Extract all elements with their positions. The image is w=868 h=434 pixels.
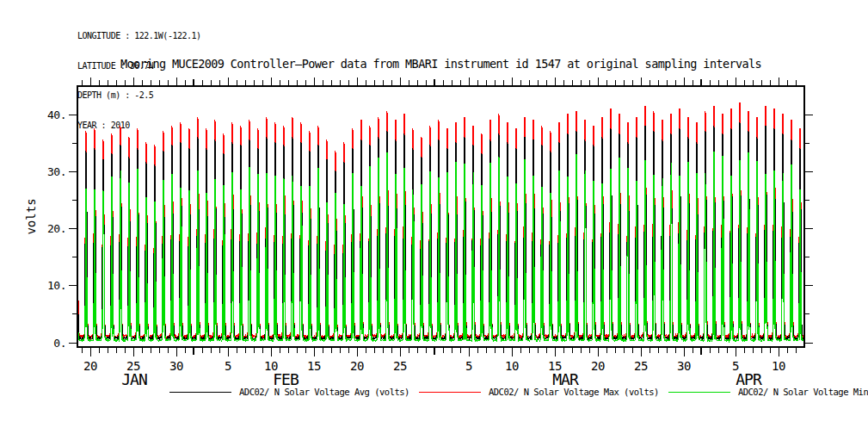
legend-label-min: ADC02/ N Solar Voltage Min (volts) xyxy=(738,387,868,397)
svg-text:30: 30 xyxy=(169,359,183,373)
svg-text:10.: 10. xyxy=(47,279,66,292)
svg-text:0.: 0. xyxy=(53,337,66,350)
svg-text:20: 20 xyxy=(83,359,97,373)
svg-text:30.: 30. xyxy=(47,165,66,178)
legend-label-avg: ADC02/ N Solar Voltage Avg (volts) xyxy=(239,387,409,397)
svg-text:15: 15 xyxy=(307,359,321,373)
svg-text:APR: APR xyxy=(736,370,762,388)
svg-text:5: 5 xyxy=(465,359,472,373)
legend-line-avg-icon xyxy=(169,392,231,393)
legend-line-max-icon xyxy=(419,392,481,393)
legend-label-max: ADC02/ N Solar Voltage Max (volts) xyxy=(489,387,659,397)
svg-text:10: 10 xyxy=(772,359,785,373)
legend-item-max: ADC02/ N Solar Voltage Max (volts) xyxy=(419,387,659,397)
chart-legend: ADC02/ N Solar Voltage Avg (volts) ADC02… xyxy=(169,387,868,397)
svg-text:MAR: MAR xyxy=(552,370,579,388)
svg-text:20: 20 xyxy=(591,359,605,373)
svg-text:25: 25 xyxy=(634,359,648,373)
svg-text:JAN: JAN xyxy=(121,370,147,388)
y-axis-label: volts xyxy=(24,198,38,234)
svg-text:20.: 20. xyxy=(47,222,66,235)
voltage-chart: 20253051015202551015202530510JANFEBMARAP… xyxy=(0,0,868,434)
legend-item-min: ADC02/ N Solar Voltage Min (volts) xyxy=(668,387,868,397)
svg-text:10: 10 xyxy=(505,359,519,373)
svg-text:30: 30 xyxy=(677,359,691,373)
plot-page: { "header": { "longitude": "LONGITUDE : … xyxy=(0,0,868,434)
svg-text:FEB: FEB xyxy=(273,370,299,388)
legend-line-min-icon xyxy=(668,392,730,393)
svg-text:20: 20 xyxy=(350,359,364,373)
svg-text:25: 25 xyxy=(393,359,407,373)
svg-text:5: 5 xyxy=(225,359,231,373)
svg-text:40.: 40. xyxy=(47,108,66,121)
legend-item-avg: ADC02/ N Solar Voltage Avg (volts) xyxy=(169,387,409,397)
